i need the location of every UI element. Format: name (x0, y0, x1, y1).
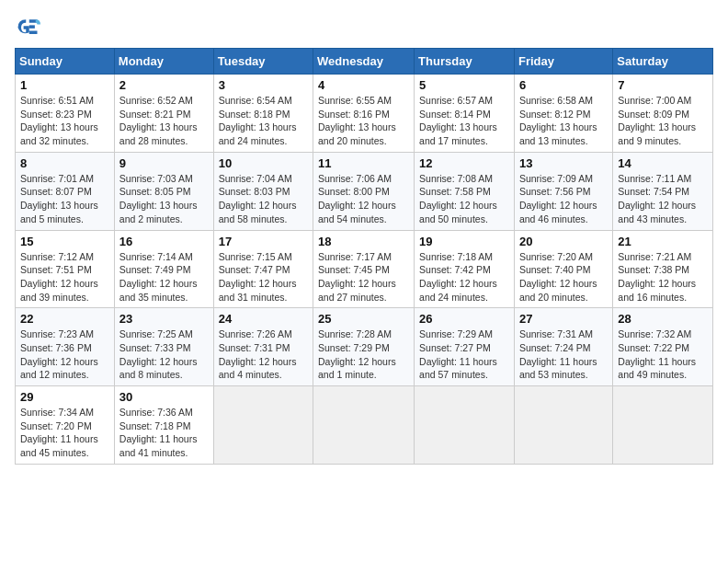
day-detail: Sunrise: 7:17 AM Sunset: 7:45 PM Dayligh… (318, 250, 409, 304)
day-detail: Sunrise: 7:31 AM Sunset: 7:24 PM Dayligh… (519, 327, 608, 382)
day-cell: 13Sunrise: 7:09 AM Sunset: 7:56 PM Dayli… (514, 152, 612, 230)
day-number: 17 (219, 235, 308, 248)
week-row-4: 22Sunrise: 7:23 AM Sunset: 7:36 PM Dayli… (16, 308, 713, 386)
day-detail: Sunrise: 7:20 AM Sunset: 7:40 PM Dayligh… (519, 250, 608, 304)
day-cell (415, 386, 515, 465)
day-cell: 23Sunrise: 7:25 AM Sunset: 7:33 PM Dayli… (114, 308, 213, 386)
day-detail: Sunrise: 7:00 AM Sunset: 8:09 PM Dayligh… (618, 94, 708, 148)
day-cell (313, 386, 415, 465)
day-number: 11 (318, 156, 409, 170)
day-number: 25 (318, 312, 409, 326)
day-cell (213, 386, 313, 465)
day-number: 24 (219, 312, 308, 326)
day-number: 2 (119, 78, 209, 92)
weekday-header-sunday: Sunday (16, 49, 115, 75)
day-cell: 4Sunrise: 6:55 AM Sunset: 8:16 PM Daylig… (313, 75, 415, 153)
day-number: 23 (119, 312, 209, 326)
day-cell: 1Sunrise: 6:51 AM Sunset: 8:23 PM Daylig… (16, 75, 115, 153)
day-number: 9 (119, 156, 209, 170)
day-detail: Sunrise: 7:25 AM Sunset: 7:33 PM Dayligh… (119, 327, 209, 382)
day-number: 21 (618, 235, 708, 248)
weekday-header-row: SundayMondayTuesdayWednesdayThursdayFrid… (16, 49, 713, 75)
weekday-header-friday: Friday (514, 49, 612, 75)
day-number: 30 (119, 390, 209, 404)
day-cell: 18Sunrise: 7:17 AM Sunset: 7:45 PM Dayli… (313, 230, 415, 308)
day-detail: Sunrise: 7:32 AM Sunset: 7:22 PM Dayligh… (618, 327, 708, 382)
weekday-header-wednesday: Wednesday (313, 49, 415, 75)
day-cell (613, 386, 713, 465)
day-number: 12 (419, 156, 509, 170)
day-number: 27 (519, 312, 608, 326)
day-cell: 15Sunrise: 7:12 AM Sunset: 7:51 PM Dayli… (16, 230, 115, 308)
day-number: 15 (20, 235, 109, 248)
day-number: 4 (318, 78, 409, 92)
day-cell: 10Sunrise: 7:04 AM Sunset: 8:03 PM Dayli… (213, 152, 313, 230)
day-number: 19 (419, 235, 509, 248)
day-detail: Sunrise: 7:09 AM Sunset: 7:56 PM Dayligh… (519, 172, 608, 226)
day-cell: 28Sunrise: 7:32 AM Sunset: 7:22 PM Dayli… (613, 308, 713, 386)
day-detail: Sunrise: 6:51 AM Sunset: 8:23 PM Dayligh… (20, 94, 109, 148)
day-cell: 14Sunrise: 7:11 AM Sunset: 7:54 PM Dayli… (613, 152, 713, 230)
day-cell: 16Sunrise: 7:14 AM Sunset: 7:49 PM Dayli… (114, 230, 213, 308)
day-cell: 21Sunrise: 7:21 AM Sunset: 7:38 PM Dayli… (613, 230, 713, 308)
day-detail: Sunrise: 7:01 AM Sunset: 8:07 PM Dayligh… (20, 172, 109, 226)
day-number: 29 (20, 390, 109, 404)
day-cell: 27Sunrise: 7:31 AM Sunset: 7:24 PM Dayli… (514, 308, 612, 386)
day-cell: 30Sunrise: 7:36 AM Sunset: 7:18 PM Dayli… (114, 386, 213, 465)
day-cell: 26Sunrise: 7:29 AM Sunset: 7:27 PM Dayli… (415, 308, 515, 386)
day-cell: 17Sunrise: 7:15 AM Sunset: 7:47 PM Dayli… (213, 230, 313, 308)
day-cell: 11Sunrise: 7:06 AM Sunset: 8:00 PM Dayli… (313, 152, 415, 230)
day-detail: Sunrise: 6:52 AM Sunset: 8:21 PM Dayligh… (119, 94, 209, 148)
day-detail: Sunrise: 7:26 AM Sunset: 7:31 PM Dayligh… (219, 327, 308, 382)
day-number: 3 (219, 78, 308, 92)
day-cell: 2Sunrise: 6:52 AM Sunset: 8:21 PM Daylig… (114, 75, 213, 153)
calendar: SundayMondayTuesdayWednesdayThursdayFrid… (15, 48, 713, 465)
day-number: 6 (519, 78, 608, 92)
day-number: 18 (318, 235, 409, 248)
day-cell: 20Sunrise: 7:20 AM Sunset: 7:40 PM Dayli… (514, 230, 612, 308)
day-detail: Sunrise: 7:18 AM Sunset: 7:42 PM Dayligh… (419, 250, 509, 304)
day-detail: Sunrise: 7:06 AM Sunset: 8:00 PM Dayligh… (318, 172, 409, 226)
header (15, 15, 713, 40)
day-cell: 9Sunrise: 7:03 AM Sunset: 8:05 PM Daylig… (114, 152, 213, 230)
week-row-3: 15Sunrise: 7:12 AM Sunset: 7:51 PM Dayli… (16, 230, 713, 308)
day-detail: Sunrise: 7:08 AM Sunset: 7:58 PM Dayligh… (419, 172, 509, 226)
day-detail: Sunrise: 7:29 AM Sunset: 7:27 PM Dayligh… (419, 327, 509, 382)
day-number: 22 (20, 312, 109, 326)
day-detail: Sunrise: 6:57 AM Sunset: 8:14 PM Dayligh… (419, 94, 509, 148)
day-detail: Sunrise: 7:36 AM Sunset: 7:18 PM Dayligh… (119, 406, 209, 460)
day-cell: 25Sunrise: 7:28 AM Sunset: 7:29 PM Dayli… (313, 308, 415, 386)
day-number: 7 (618, 78, 708, 92)
weekday-header-monday: Monday (114, 49, 213, 75)
day-detail: Sunrise: 7:14 AM Sunset: 7:49 PM Dayligh… (119, 250, 209, 304)
logo-icon (15, 15, 40, 40)
day-number: 26 (419, 312, 509, 326)
day-cell: 5Sunrise: 6:57 AM Sunset: 8:14 PM Daylig… (415, 75, 515, 153)
day-cell: 29Sunrise: 7:34 AM Sunset: 7:20 PM Dayli… (16, 386, 115, 465)
day-detail: Sunrise: 7:04 AM Sunset: 8:03 PM Dayligh… (219, 172, 308, 226)
day-number: 10 (219, 156, 308, 170)
weekday-header-thursday: Thursday (415, 49, 515, 75)
week-row-2: 8Sunrise: 7:01 AM Sunset: 8:07 PM Daylig… (16, 152, 713, 230)
day-detail: Sunrise: 7:21 AM Sunset: 7:38 PM Dayligh… (618, 250, 708, 304)
week-row-5: 29Sunrise: 7:34 AM Sunset: 7:20 PM Dayli… (16, 386, 713, 465)
day-cell: 8Sunrise: 7:01 AM Sunset: 8:07 PM Daylig… (16, 152, 115, 230)
day-detail: Sunrise: 7:12 AM Sunset: 7:51 PM Dayligh… (20, 250, 109, 304)
day-cell (514, 386, 612, 465)
day-number: 28 (618, 312, 708, 326)
day-number: 1 (20, 78, 109, 92)
day-number: 20 (519, 235, 608, 248)
day-cell: 19Sunrise: 7:18 AM Sunset: 7:42 PM Dayli… (415, 230, 515, 308)
day-cell: 6Sunrise: 6:58 AM Sunset: 8:12 PM Daylig… (514, 75, 612, 153)
day-detail: Sunrise: 7:28 AM Sunset: 7:29 PM Dayligh… (318, 327, 409, 382)
day-detail: Sunrise: 7:03 AM Sunset: 8:05 PM Dayligh… (119, 172, 209, 226)
logo (15, 15, 44, 40)
weekday-header-tuesday: Tuesday (213, 49, 313, 75)
day-number: 8 (20, 156, 109, 170)
day-detail: Sunrise: 6:58 AM Sunset: 8:12 PM Dayligh… (519, 94, 608, 148)
day-detail: Sunrise: 7:23 AM Sunset: 7:36 PM Dayligh… (20, 327, 109, 382)
day-cell: 3Sunrise: 6:54 AM Sunset: 8:18 PM Daylig… (213, 75, 313, 153)
day-number: 14 (618, 156, 708, 170)
day-cell: 12Sunrise: 7:08 AM Sunset: 7:58 PM Dayli… (415, 152, 515, 230)
day-cell: 24Sunrise: 7:26 AM Sunset: 7:31 PM Dayli… (213, 308, 313, 386)
